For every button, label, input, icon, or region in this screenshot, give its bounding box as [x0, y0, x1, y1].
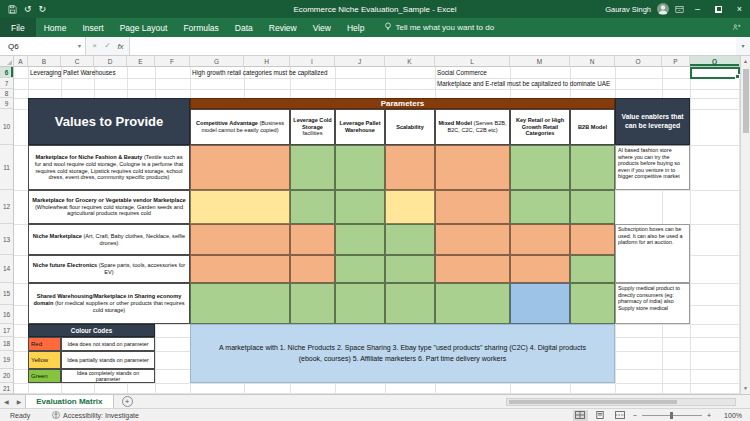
- column-header-q[interactable]: Q: [690, 56, 740, 66]
- matrix-cell-r14-c2[interactable]: [335, 255, 385, 283]
- matrix-cell-r15-c5[interactable]: [510, 283, 570, 324]
- name-box-dropdown-icon[interactable]: ▾: [78, 43, 81, 49]
- matrix-cell-r12-c2[interactable]: [335, 190, 385, 224]
- tab-home[interactable]: Home: [36, 18, 75, 37]
- matrix-cell-r13-c3[interactable]: [385, 224, 435, 255]
- insert-function-icon[interactable]: fx: [114, 42, 127, 51]
- zoom-out-button[interactable]: −: [633, 412, 637, 419]
- zoom-in-button[interactable]: +: [707, 412, 711, 419]
- row-header-7[interactable]: 7: [0, 78, 13, 89]
- vertical-scroll-thumb[interactable]: [743, 69, 749, 133]
- row-header-13[interactable]: 13: [0, 224, 13, 255]
- matrix-cell-r12-c3[interactable]: [385, 190, 435, 224]
- matrix-cell-r15-c4[interactable]: [435, 283, 510, 324]
- page-layout-view-button[interactable]: [593, 410, 608, 421]
- param-header-cold-storage[interactable]: Leverage Cold Storage facilities: [290, 109, 335, 145]
- scroll-up-icon[interactable]: ▲: [743, 56, 748, 67]
- column-header-j[interactable]: J: [335, 56, 385, 66]
- tell-me-box[interactable]: Tell me what you want to do: [384, 22, 494, 33]
- column-header-p[interactable]: P: [662, 56, 690, 66]
- enabler-note-fashion[interactable]: AI based fashion store where you can try…: [615, 145, 690, 190]
- user-name[interactable]: Gaurav Singh: [605, 5, 651, 14]
- row-label-niche-marketplace[interactable]: Niche Marketplace (Art, Craft, Baby clot…: [28, 224, 190, 255]
- matrix-cell-r13-c0[interactable]: [190, 224, 290, 255]
- undo-icon[interactable]: ↺: [24, 5, 32, 14]
- column-header-n[interactable]: N: [570, 56, 615, 66]
- matrix-cell-r14-c1[interactable]: [290, 255, 335, 283]
- ribbon-display-options-icon[interactable]: [675, 5, 684, 14]
- row-label-grocery[interactable]: Marketplace for Grocery or Vegetable ven…: [28, 190, 190, 224]
- select-all-corner[interactable]: [0, 56, 14, 66]
- param-header-mixed-model[interactable]: Mixed Model (Serves B2B, B2C, C2C, C2B e…: [435, 109, 510, 145]
- matrix-cell-r13-c5[interactable]: [510, 224, 570, 255]
- column-header-m[interactable]: M: [510, 56, 570, 66]
- matrix-cell-r15-c1[interactable]: [290, 283, 335, 324]
- row-header-16[interactable]: 16: [0, 305, 13, 324]
- normal-view-button[interactable]: [573, 410, 588, 421]
- matrix-cell-r12-c4[interactable]: [435, 190, 510, 224]
- row-label-fashion-beauty[interactable]: Marketplace for Niche Fashion & Beauty (…: [28, 145, 190, 190]
- tab-review[interactable]: Review: [261, 18, 305, 37]
- row-label-electronics[interactable]: Niche future Electronics (Spare parts, t…: [28, 255, 190, 283]
- matrix-cell-r14-c5[interactable]: [510, 255, 570, 283]
- matrix-cell-r13-c1[interactable]: [290, 224, 335, 255]
- zoom-slider-thumb[interactable]: [670, 412, 673, 419]
- row-header-21[interactable]: 21: [0, 383, 13, 394]
- matrix-cell-r12-c6[interactable]: [570, 190, 615, 224]
- new-sheet-button[interactable]: +: [122, 396, 133, 407]
- matrix-cell-r13-c2[interactable]: [335, 224, 385, 255]
- matrix-cell-r12-c1[interactable]: [290, 190, 335, 224]
- column-header-e[interactable]: E: [127, 56, 155, 66]
- redo-icon[interactable]: ↻: [39, 5, 47, 14]
- tab-help[interactable]: Help: [339, 18, 372, 37]
- matrix-cell-r12-c0[interactable]: [190, 190, 290, 224]
- column-header-l[interactable]: L: [435, 56, 510, 66]
- matrix-cell-r15-c6[interactable]: [570, 283, 615, 324]
- values-to-provide-header[interactable]: Values to Provide: [28, 98, 190, 145]
- matrix-cell-r15-c2[interactable]: [335, 283, 385, 324]
- row-header-8[interactable]: 8: [0, 89, 13, 98]
- param-header-key-retail[interactable]: Key Retail or High Growth Retail Categor…: [510, 109, 570, 145]
- enabler-note-shared-warehousing[interactable]: Supply medical product to directly consu…: [615, 283, 690, 324]
- column-header-b[interactable]: B: [28, 56, 61, 66]
- row-label-shared-warehousing[interactable]: Shared Warehousing/Marketplace in Sharin…: [28, 283, 190, 324]
- formula-input[interactable]: [130, 37, 736, 55]
- matrix-cell-r14-c6[interactable]: [570, 255, 615, 283]
- column-header-o[interactable]: O: [615, 56, 662, 66]
- cancel-icon[interactable]: ×: [88, 42, 101, 50]
- param-header-scalability[interactable]: Scalability: [385, 109, 435, 145]
- matrix-cell-r11-c3[interactable]: [385, 145, 435, 190]
- matrix-cell-r14-c3[interactable]: [385, 255, 435, 283]
- tab-formulas[interactable]: Formulas: [175, 18, 226, 37]
- row-header-17[interactable]: 17: [0, 324, 13, 337]
- summary-note[interactable]: A marketplace with 1. Niche Products 2. …: [190, 324, 615, 383]
- matrix-cell-r11-c6[interactable]: [570, 145, 615, 190]
- matrix-cell-r13-c6[interactable]: [570, 224, 615, 255]
- column-header-k[interactable]: K: [385, 56, 435, 66]
- param-header-competitive-advantage[interactable]: Competitive Advantage (Business model ca…: [190, 109, 290, 145]
- row-header-15[interactable]: 15: [0, 283, 13, 305]
- minimize-button[interactable]: –: [690, 0, 705, 18]
- cell-l7[interactable]: Marketplace and E-retail must be capital…: [437, 78, 610, 89]
- column-header-f[interactable]: F: [155, 56, 190, 66]
- name-box[interactable]: Q6 ▾: [0, 37, 86, 55]
- accessibility-status[interactable]: Accessibility: Investigate: [52, 411, 139, 420]
- scroll-down-icon[interactable]: ▼: [743, 383, 748, 394]
- column-header-h[interactable]: H: [244, 56, 290, 66]
- horizontal-scroll-thumb[interactable]: [509, 400, 677, 404]
- matrix-cell-r12-c5[interactable]: [510, 190, 570, 224]
- close-button[interactable]: ×: [732, 0, 747, 18]
- row-header-20[interactable]: 20: [0, 369, 13, 383]
- matrix-cell-r14-c0[interactable]: [190, 255, 290, 283]
- value-enablers-header[interactable]: Value enablers that can be leveraged: [615, 98, 690, 145]
- row-header-18[interactable]: 18: [0, 337, 13, 351]
- sheet-nav-prev-icon[interactable]: ◀: [0, 399, 13, 405]
- column-header-d[interactable]: D: [94, 56, 127, 66]
- share-icon[interactable]: [732, 23, 741, 32]
- tab-file[interactable]: File: [0, 18, 36, 37]
- matrix-cell-r11-c2[interactable]: [335, 145, 385, 190]
- row-header-11[interactable]: 11: [0, 145, 13, 190]
- enter-icon[interactable]: ✓: [101, 42, 114, 50]
- restore-button[interactable]: [711, 0, 726, 18]
- enabler-note-niche-marketplace[interactable]: Subscription boxes can be used. It can a…: [615, 224, 690, 283]
